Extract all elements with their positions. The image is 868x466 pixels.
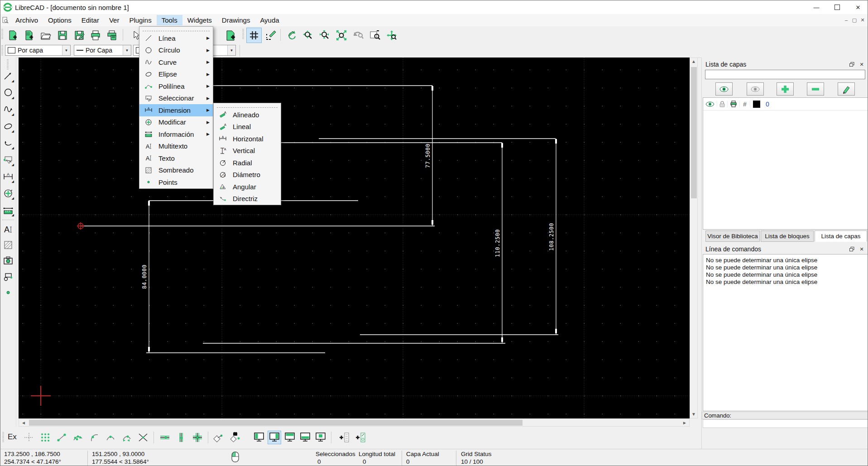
- minimize-button[interactable]: —: [806, 0, 827, 14]
- tab-visor-de-biblioteca[interactable]: Visor de Biblioteca: [705, 231, 760, 242]
- dock-close-icon[interactable]: ✕: [858, 246, 865, 252]
- dock-bottom-monitor-button[interactable]: [298, 431, 312, 444]
- open-button[interactable]: [38, 28, 53, 43]
- snap-on-entity-button[interactable]: [71, 431, 85, 444]
- scroll-up-icon[interactable]: ▲: [690, 58, 697, 65]
- tab-lista-de-bloques[interactable]: Lista de bloques: [761, 231, 814, 242]
- draft-mode-button[interactable]: [263, 28, 278, 43]
- zoom-previous-button[interactable]: [350, 28, 366, 43]
- dock-float-icon[interactable]: [848, 246, 855, 252]
- dock-float-icon[interactable]: [848, 61, 855, 67]
- dock-floating-monitor-button[interactable]: [314, 431, 327, 444]
- menu-item-linea[interactable]: Línea▶: [139, 32, 213, 44]
- menu-item-seleccionar[interactable]: Seleccionar▶: [139, 92, 213, 105]
- hide-all-layers-button[interactable]: [747, 82, 764, 96]
- snap-distance-button[interactable]: [120, 431, 134, 444]
- print-button[interactable]: [88, 28, 103, 43]
- mdi-restore-icon[interactable]: ▢: [850, 17, 858, 23]
- submenu-item-radial[interactable]: Radial: [214, 157, 281, 169]
- chevron-down-icon[interactable]: ▼: [62, 45, 70, 55]
- grid-toggle-button[interactable]: [246, 28, 262, 43]
- zoom-pan-button[interactable]: [384, 28, 399, 43]
- new-from-template-button[interactable]: [21, 28, 37, 43]
- text-tool-button[interactable]: A: [2, 223, 14, 236]
- layer-lock-icon[interactable]: [717, 101, 728, 107]
- save-as-button[interactable]: [72, 28, 87, 43]
- lock-relative-zero-button[interactable]: [229, 431, 242, 444]
- select-tool-button[interactable]: ◢: [2, 153, 14, 167]
- menu-tearoff-handle[interactable]: [143, 28, 210, 31]
- layer-visible-icon[interactable]: [703, 101, 717, 107]
- dimension-tool-button[interactable]: A◢: [2, 170, 14, 183]
- add-layer-button[interactable]: [777, 82, 794, 96]
- zoom-out-button[interactable]: [317, 28, 332, 43]
- menu-archivo[interactable]: Archivo: [10, 15, 43, 25]
- layer-name[interactable]: 0: [766, 101, 769, 108]
- menu-widgets[interactable]: Widgets: [182, 15, 217, 25]
- scroll-left-icon[interactable]: ◄: [20, 419, 27, 427]
- menu-item-dimension[interactable]: A Dimension▶: [139, 104, 213, 116]
- modify-tool-button[interactable]: ◢: [2, 187, 14, 200]
- menu-item-points[interactable]: Points: [139, 176, 213, 188]
- ellipse-tool-button[interactable]: ◢: [2, 120, 14, 133]
- menu-item-polilinea[interactable]: Polilínea▶: [139, 80, 213, 92]
- drawing-canvas[interactable]: 77.5000 110.2500 108.2500 84.0000: [19, 58, 690, 418]
- restrict-horizontal-button[interactable]: [158, 431, 172, 444]
- zoom-window-button[interactable]: [367, 28, 383, 43]
- canvas-horizontal-scrollbar[interactable]: ◄ ►: [19, 418, 690, 427]
- dock-left-monitor-button[interactable]: [252, 431, 266, 444]
- show-all-layers-button[interactable]: [715, 82, 733, 96]
- snap-center-button[interactable]: [87, 431, 101, 444]
- menu-item-circulo[interactable]: Círculo▶: [139, 44, 213, 57]
- new-document-button[interactable]: [5, 28, 20, 43]
- snap-relative-zero-button[interactable]: [212, 431, 226, 444]
- pen-color-select[interactable]: Por capa ▼: [5, 45, 71, 56]
- child-window-icon[interactable]: [2, 17, 9, 24]
- submenu-item-lineal[interactable]: A Lineal: [214, 121, 281, 133]
- layer-filter-input[interactable]: [705, 70, 865, 79]
- measure-tool-button[interactable]: ◢: [2, 203, 14, 217]
- point-tool-button[interactable]: [2, 286, 14, 299]
- circle-tool-button[interactable]: ◢: [2, 86, 14, 100]
- pen-width-select[interactable]: Por Capa ▼: [74, 45, 131, 56]
- submenu-item-diametro[interactable]: d Diámetro: [214, 169, 281, 181]
- menu-ver[interactable]: Ver: [104, 15, 125, 25]
- layer-color-swatch[interactable]: [750, 101, 763, 108]
- submenu-tearoff-handle[interactable]: [217, 104, 278, 108]
- menu-editar[interactable]: Editar: [77, 15, 104, 25]
- command-input[interactable]: [703, 419, 868, 428]
- line-tool-button[interactable]: ◢: [2, 69, 14, 83]
- save-button[interactable]: [55, 28, 70, 43]
- snap-grid-button[interactable]: [38, 431, 52, 444]
- add-pen-widget-button[interactable]: [353, 431, 366, 444]
- zoom-auto-button[interactable]: [334, 28, 349, 43]
- edit-layer-button[interactable]: [838, 82, 855, 96]
- layer-row[interactable]: # 0: [703, 98, 868, 110]
- mdi-minimize-icon[interactable]: –: [842, 17, 850, 23]
- block-tool-button[interactable]: [2, 270, 14, 283]
- menu-item-elipse[interactable]: Elipse▶: [139, 68, 213, 81]
- menu-item-curve[interactable]: Curve▶: [139, 56, 213, 68]
- dock-right-monitor-button[interactable]: [268, 431, 281, 444]
- menu-item-sombreado[interactable]: Sombreado: [139, 164, 213, 177]
- chevron-down-icon[interactable]: ▼: [227, 45, 235, 55]
- image-tool-button[interactable]: [2, 254, 14, 268]
- menu-item-texto[interactable]: A Texto: [139, 152, 213, 164]
- layer-construction-icon[interactable]: #: [740, 101, 750, 108]
- close-button[interactable]: ✕: [848, 0, 868, 14]
- submenu-item-directriz[interactable]: Directriz: [214, 193, 281, 205]
- submenu-item-alineado[interactable]: A Alineado: [214, 109, 281, 121]
- scroll-right-icon[interactable]: ►: [681, 419, 688, 427]
- menu-item-multitexto[interactable]: A Multitexto: [139, 140, 213, 153]
- menu-item-modificar[interactable]: Modificar▶: [139, 116, 213, 129]
- chevron-down-icon[interactable]: ▼: [123, 45, 131, 55]
- curve-tool-button[interactable]: ◢: [2, 103, 14, 116]
- menu-options[interactable]: Options: [43, 15, 77, 25]
- snap-endpoint-button[interactable]: [55, 431, 68, 444]
- dock-top-monitor-button[interactable]: [283, 431, 297, 444]
- close-drawing-button[interactable]: [223, 28, 239, 43]
- submenu-item-horizontal[interactable]: A Horizontal: [214, 133, 281, 145]
- spline-tool-button[interactable]: ◢: [2, 136, 14, 150]
- menu-drawings[interactable]: Drawings: [217, 15, 255, 25]
- snap-intersection-button[interactable]: [136, 431, 150, 444]
